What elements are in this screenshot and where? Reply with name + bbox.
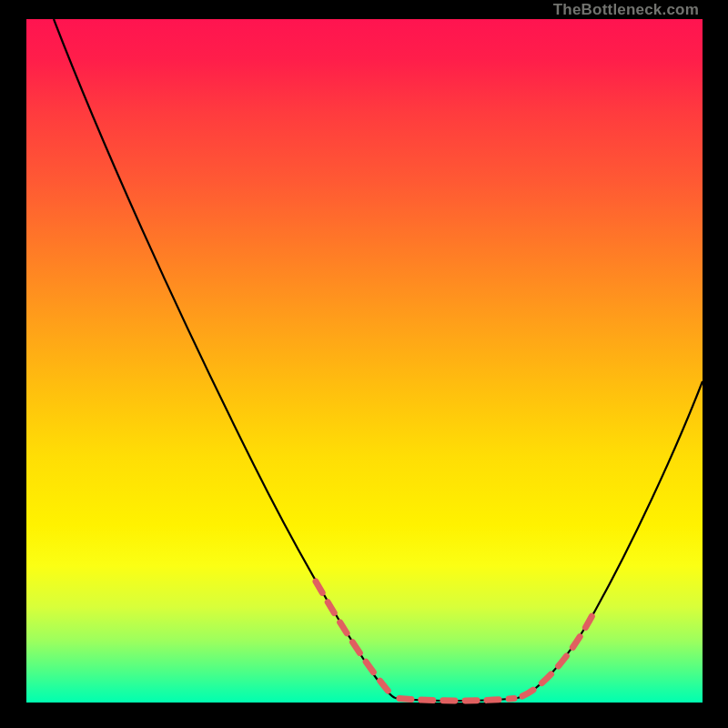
curve-left-branch xyxy=(54,19,395,698)
highlight-right-dashes xyxy=(522,615,592,696)
curve-right-branch xyxy=(518,381,703,698)
watermark-text: TheBottleneck.com xyxy=(553,0,703,19)
plot-area xyxy=(26,19,703,703)
chart-frame: TheBottleneck.com xyxy=(26,0,703,703)
curve-layer xyxy=(26,19,703,703)
